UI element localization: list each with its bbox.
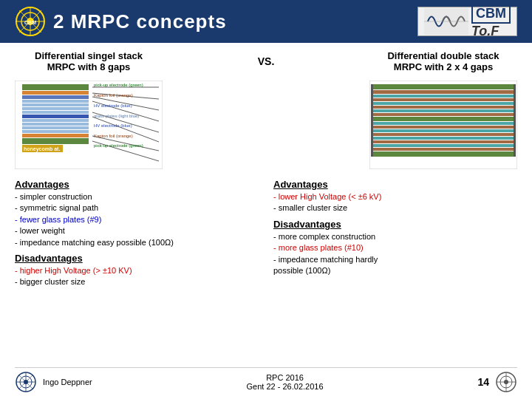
page-number: 14 xyxy=(477,376,489,388)
left-adv-2: - symmetric signal path xyxy=(15,202,259,214)
slide-title: 2 MRPC concepts xyxy=(53,10,227,33)
svg-rect-15 xyxy=(22,103,89,106)
svg-rect-58 xyxy=(373,144,514,147)
right-disadv-1: - more complex construction xyxy=(273,231,517,242)
svg-text:Kapton foil (orange): Kapton foil (orange) xyxy=(94,93,133,98)
footer-left: Ingo Deppner xyxy=(15,371,92,393)
svg-rect-62 xyxy=(514,84,516,157)
svg-rect-56 xyxy=(373,137,514,140)
svg-rect-53 xyxy=(373,126,514,129)
svg-rect-54 xyxy=(373,129,514,132)
left-disadv-1: - higher High Voltage (> ±10 KV) xyxy=(15,265,259,276)
svg-rect-49 xyxy=(373,109,514,112)
svg-rect-18 xyxy=(22,115,89,118)
footer-emblem-icon xyxy=(15,371,37,393)
svg-rect-23 xyxy=(22,134,89,137)
header-left: CBM 2 MRPC concepts xyxy=(15,6,227,37)
svg-rect-60 xyxy=(373,151,514,157)
right-disadvantages: Disadvantages - more complex constructio… xyxy=(273,219,517,277)
right-adv-1: - lower High Voltage (< ±6 kV) xyxy=(273,191,517,202)
left-col-title: Differential singel stack MRPC with 8 ga… xyxy=(15,50,163,72)
tof-graphic-icon xyxy=(424,8,468,35)
columns-header: Differential singel stack MRPC with 8 ga… xyxy=(15,50,517,72)
left-disadvantages: Disadvantages - higher High Voltage (> ±… xyxy=(15,253,259,288)
svg-rect-20 xyxy=(22,123,89,126)
left-adv-5: - impedance matching easy possible (100Ω… xyxy=(15,237,259,248)
single-stack-diagram: honeycomb at. pick-up electrode (green) … xyxy=(15,81,163,169)
svg-rect-17 xyxy=(22,111,89,114)
logo-box: CBM To.F xyxy=(417,7,517,36)
svg-rect-44 xyxy=(373,90,514,94)
svg-rect-51 xyxy=(373,117,514,121)
svg-text:pick-up electrode (green): pick-up electrode (green) xyxy=(94,83,143,87)
right-advantages-title: Advantages xyxy=(273,179,517,190)
right-col-title: Differential double stack MRPC with 2 x … xyxy=(369,50,517,72)
svg-text:HV electrode (blue): HV electrode (blue) xyxy=(94,123,132,128)
right-disadvantages-title: Disadvantages xyxy=(273,219,517,230)
cbm-emblem-icon: CBM xyxy=(15,6,46,37)
left-advantages-col: Advantages - simpler construction - symm… xyxy=(15,179,259,367)
conference-line2: Gent 22 - 26.02.2016 xyxy=(247,382,324,391)
footer-right-emblem-icon xyxy=(495,371,517,393)
svg-text:CBM: CBM xyxy=(24,20,36,25)
slide: CBM 2 MRPC concepts CBM To.F Differentia… xyxy=(0,0,532,399)
right-disadv-3: - impedance matching hardly xyxy=(273,254,517,265)
double-stack-diagram xyxy=(369,81,517,169)
tof-text-logo: To.F xyxy=(471,24,499,39)
svg-rect-14 xyxy=(22,100,89,103)
footer: Ingo Deppner RPC 2016 Gent 22 - 26.02.20… xyxy=(15,367,517,395)
left-disadv-2: - bigger cluster size xyxy=(15,276,259,287)
svg-rect-46 xyxy=(373,98,514,101)
svg-rect-47 xyxy=(373,102,514,105)
svg-rect-48 xyxy=(373,106,514,109)
svg-rect-19 xyxy=(22,119,89,122)
left-adv-4: - lower weight xyxy=(15,225,259,236)
right-disadv-4: possible (100Ω) xyxy=(273,265,517,276)
diagram-area: honeycomb at. pick-up electrode (green) … xyxy=(15,77,517,173)
svg-rect-52 xyxy=(373,122,514,125)
svg-rect-24 xyxy=(22,138,89,144)
left-adv-3: - fewer glass plates (#9) xyxy=(15,214,259,225)
advantages-disadvantages-row: Advantages - simpler construction - symm… xyxy=(15,179,517,367)
svg-rect-21 xyxy=(22,126,89,129)
svg-text:HV electrode (blue): HV electrode (blue) xyxy=(94,103,132,108)
svg-text:Kapton foil (orange): Kapton foil (orange) xyxy=(94,134,133,138)
svg-rect-13 xyxy=(22,95,89,99)
svg-rect-43 xyxy=(373,84,514,89)
svg-rect-55 xyxy=(373,133,514,136)
conference-line1: RPC 2016 xyxy=(247,373,324,382)
svg-rect-61 xyxy=(371,84,373,157)
content-area: Differential singel stack MRPC with 8 ga… xyxy=(0,43,532,399)
right-disadv-2: - more glass plates (#10) xyxy=(273,242,517,253)
svg-rect-45 xyxy=(373,95,514,98)
svg-text:pick-up electrode (green): pick-up electrode (green) xyxy=(94,143,143,148)
svg-rect-57 xyxy=(373,140,514,143)
svg-rect-22 xyxy=(22,130,89,133)
svg-text:glass plates (light blue): glass plates (light blue) xyxy=(94,114,139,118)
footer-center: RPC 2016 Gent 22 - 26.02.2016 xyxy=(247,373,324,391)
svg-rect-50 xyxy=(373,113,514,116)
left-adv-1: - simpler construction xyxy=(15,191,259,202)
vs-label: VS. xyxy=(258,55,275,67)
svg-rect-16 xyxy=(22,107,89,110)
cbm-text-logo: CBM xyxy=(471,4,511,24)
header: CBM 2 MRPC concepts CBM To.F xyxy=(0,0,532,43)
svg-rect-12 xyxy=(22,91,89,95)
svg-text:honeycomb at.: honeycomb at. xyxy=(24,146,60,152)
right-advantages-col: Advantages - lower High Voltage (< ±6 kV… xyxy=(273,179,517,367)
svg-rect-59 xyxy=(373,148,514,151)
author-name: Ingo Deppner xyxy=(43,378,92,386)
left-advantages-title: Advantages xyxy=(15,179,259,190)
svg-rect-11 xyxy=(22,84,89,90)
footer-right: 14 xyxy=(477,371,517,393)
right-adv-2: - smaller cluster size xyxy=(273,202,517,214)
left-disadvantages-title: Disadvantages xyxy=(15,253,259,264)
